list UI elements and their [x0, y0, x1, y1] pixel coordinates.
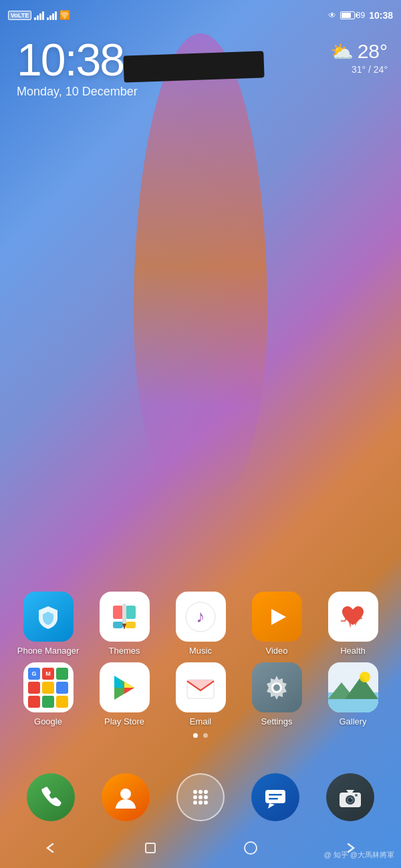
google-r1: [28, 696, 40, 708]
health-label: Health: [340, 646, 366, 656]
page-dots: [7, 733, 394, 738]
google-g: G: [28, 668, 40, 680]
app-settings[interactable]: Settings: [243, 662, 310, 726]
svg-rect-2: [126, 606, 136, 619]
themes-svg: [108, 600, 141, 634]
page-dot-1: [193, 733, 198, 738]
svg-rect-44: [146, 843, 155, 853]
dock-messages-icon: [251, 773, 299, 821]
clock-time: 10:38: [17, 37, 138, 82]
dock-contacts-icon: [102, 773, 150, 821]
battery-fill: [342, 13, 351, 18]
nav-back-btn[interactable]: [33, 838, 67, 858]
dock-drawer[interactable]: [176, 773, 225, 821]
health-svg: [337, 601, 369, 633]
camera-svg: [338, 785, 363, 810]
themes-label: Themes: [109, 646, 140, 656]
google-meet: [56, 682, 68, 694]
app-phone-manager[interactable]: Phone Manager: [15, 592, 82, 656]
weather-icon: ⛅: [330, 41, 354, 63]
status-left: VoLTE 🛜: [8, 10, 70, 20]
svg-point-27: [204, 790, 208, 794]
watermark: @ 知乎 @大馬林將軍: [324, 850, 394, 860]
app-health[interactable]: Health: [319, 592, 386, 656]
svg-point-43: [355, 794, 358, 797]
signal-bars-2: [47, 11, 57, 20]
dock-camera-icon: [326, 773, 374, 821]
svg-point-18: [273, 684, 280, 691]
playstore-icon: [100, 662, 150, 712]
clock-date: Monday, 10 December: [17, 85, 138, 99]
app-email[interactable]: Email: [167, 662, 234, 726]
settings-label: Settings: [261, 716, 293, 726]
messages-svg: [263, 785, 288, 810]
apps-row-2: G M Google: [7, 662, 394, 726]
app-google[interactable]: G M Google: [15, 662, 82, 726]
nav-back-icon: [43, 841, 57, 855]
google-drive: [42, 682, 54, 694]
weather-range: 31° / 24°: [352, 64, 388, 75]
email-label: Email: [190, 716, 212, 726]
app-video[interactable]: Video: [243, 592, 310, 656]
dock: [0, 767, 401, 828]
svg-point-25: [193, 790, 197, 794]
weather-widget[interactable]: ⛅ 28° 31° / 24°: [330, 40, 388, 75]
clock-area: 10:38 Monday, 10 December: [17, 37, 138, 99]
dock-camera[interactable]: [326, 773, 374, 821]
svg-text:♪: ♪: [196, 606, 205, 626]
google-r3: [56, 696, 68, 708]
app-music[interactable]: ♪ Music: [167, 592, 234, 656]
shield-svg: [35, 604, 61, 630]
google-icon: G M: [23, 662, 74, 712]
google-maps: [56, 668, 68, 680]
svg-rect-3: [113, 622, 123, 628]
svg-point-42: [351, 798, 352, 799]
battery-percent: 89: [356, 11, 365, 20]
music-svg: ♪: [184, 601, 217, 633]
playstore-svg: [109, 672, 140, 703]
svg-marker-35: [268, 803, 275, 809]
svg-point-24: [120, 789, 131, 799]
dock-drawer-icon: [176, 773, 225, 821]
settings-svg: [262, 673, 291, 702]
status-right: 👁 89 10:38: [328, 10, 393, 21]
phone-manager-label: Phone Manager: [17, 646, 80, 656]
nav-home-btn[interactable]: [234, 838, 267, 858]
google-m: M: [42, 668, 54, 680]
app-themes[interactable]: Themes: [91, 592, 158, 656]
apps-row-1: Phone Manager Themes: [7, 592, 394, 656]
battery-icon: [340, 11, 355, 19]
dock-contacts[interactable]: [102, 773, 150, 821]
svg-rect-5: [122, 604, 126, 624]
settings-icon: [252, 662, 302, 712]
signal-bars-1: [34, 11, 44, 20]
eye-icon: 👁: [328, 11, 336, 20]
dock-messages[interactable]: [251, 773, 299, 821]
wifi-icon: 🛜: [59, 10, 70, 20]
google-r2: [42, 696, 54, 708]
email-icon: [176, 662, 226, 712]
svg-point-32: [198, 801, 203, 805]
svg-rect-4: [126, 622, 136, 628]
dock-phone-icon: [27, 773, 75, 821]
status-bar: VoLTE 🛜 👁 89 10:38: [0, 0, 401, 30]
health-icon: [328, 592, 378, 642]
weather-temp: 28°: [358, 40, 388, 63]
dock-phone[interactable]: [27, 773, 75, 821]
gallery-icon: [328, 662, 378, 712]
email-svg: [184, 672, 217, 704]
phone-svg: [38, 785, 63, 810]
music-icon: ♪: [176, 592, 226, 642]
gallery-svg: [328, 662, 378, 712]
apps-area: Phone Manager Themes: [0, 592, 401, 748]
svg-point-28: [193, 795, 197, 799]
clock-status: 10:38: [369, 10, 393, 21]
nav-recents-btn[interactable]: [134, 838, 167, 858]
app-gallery[interactable]: Gallery: [319, 662, 386, 726]
video-label: Video: [265, 646, 287, 656]
svg-point-33: [204, 801, 208, 805]
weather-main: ⛅ 28°: [330, 40, 388, 63]
nav-home-icon: [243, 841, 258, 855]
svg-rect-34: [265, 790, 285, 803]
app-play-store[interactable]: Play Store: [91, 662, 158, 726]
